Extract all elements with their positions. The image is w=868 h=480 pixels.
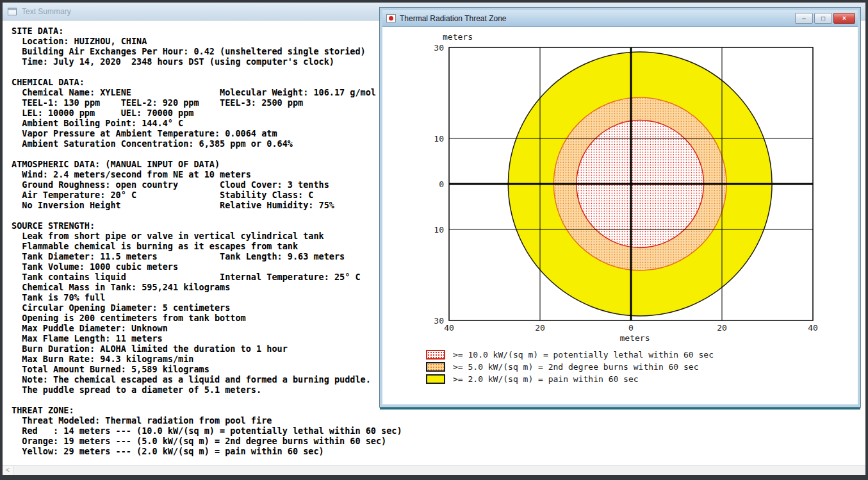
scroll-left-button[interactable]: < [3,466,13,475]
x-axis-label: meters [620,333,650,343]
y-tick-label: 0 [439,179,444,189]
y-tick-label: 10 [434,225,444,235]
threat-zone-window-icon [386,14,396,22]
legend-label-yellow: >= 2.0 kW/(sq m) = pain within 60 sec [453,374,639,384]
horizontal-scrollbar[interactable]: < [3,465,865,475]
x-tick-label: 20 [717,323,727,333]
y-tick-label: 10 [434,134,444,144]
legend-item-orange: >= 5.0 kW/(sq m) = 2nd degree burns with… [426,362,858,372]
y-axis-label: meters [443,32,473,42]
y-tick-label: 30 [434,43,444,53]
text-summary-title: Text Summary [22,7,71,16]
threat-zone-legend: >= 10.0 kW/(sq m) = potentially lethal w… [426,350,858,384]
y-tick-label: 30 [434,316,444,326]
legend-swatch-red [426,350,445,360]
maximize-button[interactable]: □ [814,13,832,24]
threat-zone-plot-area: 402002040301001030metersmeters >= 10.0 k… [382,27,858,384]
close-button[interactable]: × [833,13,855,24]
x-tick-label: 20 [535,323,545,333]
legend-swatch-yellow [426,374,445,384]
x-tick-label: 40 [444,323,454,333]
threat-zone-titlebar[interactable]: Thermal Radiation Threat Zone – □ × [382,10,858,27]
x-tick-label: 0 [628,323,634,333]
threat-zone-window: Thermal Radiation Threat Zone – □ × 4020… [380,8,860,407]
threat-zone-plot: 402002040301001030metersmeters [383,31,857,346]
window-controls: – □ × [795,13,855,24]
threat-zone-title: Thermal Radiation Threat Zone [400,14,507,23]
aloha-app-window: Text Summary SITE DATA: Location: HUIZHO… [3,3,865,475]
legend-swatch-orange [426,362,445,372]
legend-label-red: >= 10.0 kW/(sq m) = potentially lethal w… [453,350,714,360]
text-summary-window-icon [8,8,17,15]
legend-label-orange: >= 5.0 kW/(sq m) = 2nd degree burns with… [453,362,699,372]
legend-item-yellow: >= 2.0 kW/(sq m) = pain within 60 sec [426,374,858,384]
x-tick-label: 40 [808,323,818,333]
legend-item-red: >= 10.0 kW/(sq m) = potentially lethal w… [426,350,858,360]
minimize-button[interactable]: – [795,13,813,24]
